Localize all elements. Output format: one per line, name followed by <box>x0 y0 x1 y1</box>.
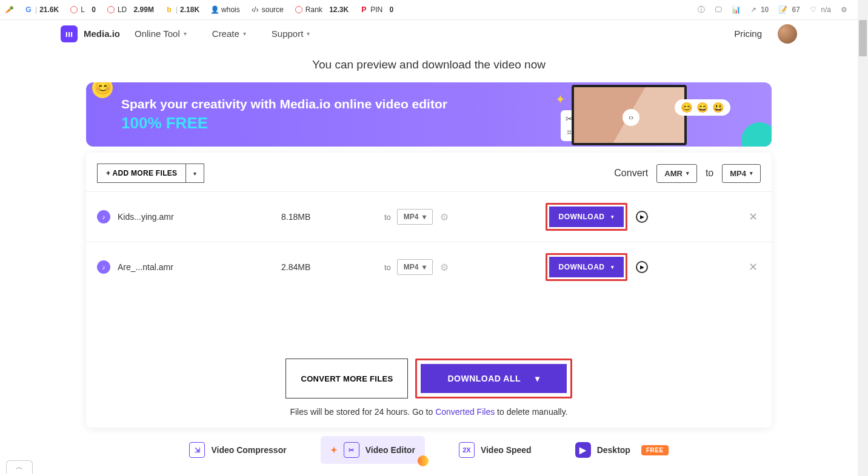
ext-source[interactable]: ‹/›source <box>251 5 284 14</box>
emoji-chip: 😊😄😃 <box>675 99 730 116</box>
extension-toolbar: 🥕 G|21.6K L 0 LD 2.99M b|2.18K 👤whois ‹/… <box>0 0 868 20</box>
play-icon[interactable]: ▶ <box>636 211 648 223</box>
google-icon: G <box>24 5 33 14</box>
file-row: Are_...ntal.amr 2.84MB to MP4▾ ⚙ DOWNLOA… <box>86 242 772 292</box>
user-avatar[interactable] <box>778 24 797 44</box>
row-format-select[interactable]: MP4▾ <box>397 259 433 275</box>
storage-note: Files will be stored for 24 hours. Go to… <box>86 407 772 417</box>
ext-ld-metric[interactable]: LD 2.99M <box>107 5 154 14</box>
download-button[interactable]: DOWNLOAD▾ <box>549 207 624 227</box>
download-all-button[interactable]: DOWNLOAD ALL▾ <box>421 364 566 393</box>
circle-icon <box>295 5 303 14</box>
ext-whois[interactable]: 👤whois <box>210 5 240 14</box>
play-icon[interactable]: ▶ <box>636 261 648 273</box>
dock-video-editor[interactable]: ✦ ✂ Video Editor <box>321 436 425 464</box>
chevron-down-icon: ▾ <box>243 30 246 37</box>
file-size: 8.18MB <box>281 212 384 222</box>
ext-settings-icon[interactable]: ⚙ <box>841 5 847 14</box>
ext-info-icon[interactable]: ⓘ <box>698 5 705 15</box>
vertical-scrollbar[interactable] <box>858 0 868 476</box>
sparkle-icon: ✦ <box>330 445 338 455</box>
scrollbar-thumb[interactable] <box>859 20 867 56</box>
scroll-to-top-button[interactable]: ︿ <box>6 460 33 474</box>
highlight-box: DOWNLOAD ALL▾ <box>415 359 572 398</box>
row-format-select[interactable]: MP4▾ <box>397 209 433 225</box>
ext-note[interactable]: 📝 67 <box>778 5 800 14</box>
speed-icon: 2X <box>459 442 475 458</box>
nav-support[interactable]: Support▾ <box>272 28 310 39</box>
dock-video-compressor[interactable]: ⇲ Video Compressor <box>179 436 296 464</box>
circle-icon <box>107 5 115 14</box>
brand-name[interactable]: Media.io <box>84 28 120 39</box>
nav-create[interactable]: Create▾ <box>212 28 246 39</box>
convert-label: Convert <box>614 168 648 179</box>
caret-down-icon: ▾ <box>422 263 426 271</box>
chevron-down-icon: ▾ <box>307 30 310 37</box>
banner-subtitle: 100% FREE <box>121 114 447 133</box>
ext-chart-icon[interactable]: 📊 <box>732 5 741 14</box>
smiley-icon <box>92 82 113 98</box>
notification-dot-icon <box>418 455 429 466</box>
caret-down-icon: ▾ <box>611 264 615 270</box>
bing-icon: b <box>165 5 173 14</box>
converted-files-link[interactable]: Converted Files <box>435 407 495 417</box>
page-body: ııı Media.io Online Tool▾ Create▾ Suppor… <box>0 20 858 476</box>
ext-l-metric[interactable]: L 0 <box>70 5 96 14</box>
add-more-files-button[interactable]: + ADD MORE FILES <box>97 164 186 183</box>
download-button[interactable]: DOWNLOAD▾ <box>549 257 624 277</box>
highlight-box: DOWNLOAD▾ <box>546 203 628 231</box>
file-name: Are_...ntal.amr <box>118 262 281 272</box>
to-label: to <box>706 168 713 179</box>
ext-monitor-icon[interactable]: 🖵 <box>715 5 722 14</box>
pinterest-icon: P <box>359 5 368 14</box>
add-more-files-group: + ADD MORE FILES ▾ <box>97 164 204 183</box>
caret-down-icon: ▾ <box>535 374 540 383</box>
caret-down-icon: ▾ <box>422 213 426 221</box>
ext-bing-metric[interactable]: b|2.18K <box>165 5 199 14</box>
ext-pin[interactable]: PPIN 0 <box>359 5 393 14</box>
converter-card: + ADD MORE FILES ▾ Convert AMR▾ to MP4▾ … <box>86 153 772 428</box>
caret-down-icon: ▾ <box>686 170 689 176</box>
compressor-icon: ⇲ <box>189 442 205 458</box>
row-settings-icon[interactable]: ⚙ <box>440 211 449 223</box>
to-format-select[interactable]: MP4▾ <box>722 164 761 183</box>
decor-circle <box>741 122 772 147</box>
caret-down-icon: ▾ <box>750 170 753 176</box>
remove-row-icon[interactable]: ✕ <box>745 260 761 274</box>
nav-pricing[interactable]: Pricing <box>734 28 762 39</box>
user-icon: 👤 <box>210 5 219 14</box>
free-badge: FREE <box>641 445 669 455</box>
crop-icon: ⌗ <box>567 127 572 137</box>
code-icon: ‹/› <box>251 5 259 14</box>
circle-icon <box>70 5 78 14</box>
editor-icon: ✂ <box>344 442 359 458</box>
audio-file-icon <box>97 260 110 274</box>
ext-heart[interactable]: ♡ n/a <box>810 5 831 14</box>
arrows-icon: ‹› <box>623 109 639 126</box>
dock-desktop[interactable]: ▶ Desktop FREE <box>566 436 678 464</box>
add-more-files-dropdown[interactable]: ▾ <box>186 164 204 183</box>
caret-down-icon: ▾ <box>611 214 615 220</box>
chevron-down-icon: ▾ <box>184 30 187 37</box>
ext-external[interactable]: ↗ 10 <box>750 5 769 14</box>
file-row: Kids...ying.amr 8.18MB to MP4▾ ⚙ DOWNLOA… <box>86 191 772 242</box>
dock-video-speed[interactable]: 2X Video Speed <box>449 436 541 464</box>
banner-title: Spark your creativity with Media.io onli… <box>121 97 447 111</box>
from-format-select[interactable]: AMR▾ <box>656 164 697 183</box>
preview-heading: You can preview and download the video n… <box>0 58 858 71</box>
ext-google-metric[interactable]: G|21.6K <box>24 5 59 14</box>
chevron-up-icon: ︿ <box>16 462 23 472</box>
row-settings-icon[interactable]: ⚙ <box>440 262 449 273</box>
row-to-label: to <box>384 263 391 272</box>
audio-file-icon <box>97 210 110 223</box>
desktop-icon: ▶ <box>575 442 591 458</box>
brand-logo-icon[interactable]: ııı <box>61 25 78 42</box>
highlight-box: DOWNLOAD▾ <box>546 253 628 281</box>
remove-row-icon[interactable]: ✕ <box>745 210 761 223</box>
nav-online-tool[interactable]: Online Tool▾ <box>135 28 187 39</box>
convert-more-button[interactable]: CONVERT MORE FILES <box>285 359 408 398</box>
file-name: Kids...ying.amr <box>118 212 281 222</box>
sq-logo-icon: 🥕 <box>5 5 13 14</box>
promo-banner[interactable]: Spark your creativity with Media.io onli… <box>86 82 772 147</box>
ext-rank[interactable]: Rank 12.3K <box>295 5 349 14</box>
